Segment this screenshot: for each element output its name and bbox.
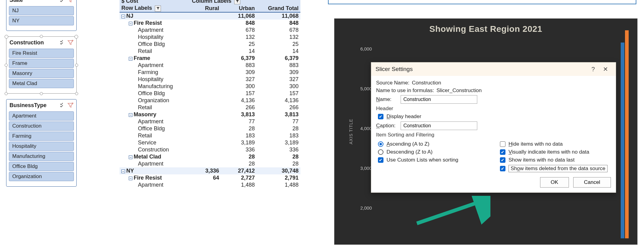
clear-filter-icon[interactable] (67, 0, 74, 3)
dialog-title: Slicer Settings (375, 66, 587, 73)
pivot-row[interactable]: Office Bldg 157 157 (120, 90, 300, 97)
slicer-item[interactable]: Apartment (9, 111, 74, 121)
column-filter-button[interactable] (234, 0, 240, 4)
slicer-title: Construction (10, 39, 58, 46)
descending-radio[interactable] (378, 149, 383, 155)
show-deleted-label: Show items deleted from the data source (509, 165, 608, 172)
pivot-row[interactable]: Retail 183 183 (120, 132, 300, 139)
pivot-row[interactable]: −Frame 6,379 6,379 (120, 55, 300, 62)
slicer-item[interactable]: Organization (9, 172, 74, 181)
slicer-item[interactable]: Construction (9, 121, 74, 131)
slicer-item[interactable]: Fire Resist (9, 49, 74, 58)
slicer-businesstype[interactable]: BusinessType ApartmentConstructionFarmin… (6, 99, 77, 187)
pivot-row[interactable]: −Fire Resist 64 2,727 2,791 (120, 174, 300, 181)
y-tick: 6,000 (356, 46, 374, 51)
pivot-row[interactable]: Manufacturing 300 300 (120, 83, 300, 90)
pivot-row[interactable]: Apartment 28 28 (120, 160, 300, 167)
header-section: Header (376, 106, 611, 112)
pivot-row[interactable]: Farming 309 309 (120, 69, 300, 76)
multiselect-icon[interactable] (59, 39, 66, 46)
caption-input[interactable] (401, 121, 477, 130)
pivot-row[interactable]: Apartment 1,488 1,488 (120, 181, 300, 188)
source-name-value: Construction (412, 80, 441, 86)
display-header-label: Display header (387, 114, 421, 120)
visually-indicate-checkbox[interactable]: ✔ (500, 149, 505, 155)
clear-filter-icon[interactable] (67, 102, 74, 109)
y-axis-title: AXIS TITLE (349, 119, 353, 144)
slicer-item[interactable]: Metal Clad (9, 79, 74, 88)
formula-name-value: Slicer_Construction (436, 88, 482, 94)
slicer-construction[interactable]: Construction Fire ResistFrameMasonryMeta… (6, 36, 77, 94)
pivot-row[interactable]: Service 3,189 3,189 (120, 139, 300, 146)
slicer-item[interactable]: NJ (9, 6, 74, 15)
source-name-label: Source Name: (376, 80, 410, 86)
descending-label: Descending (Z to A) (387, 149, 433, 155)
pivot-row[interactable]: Construction 336 336 (120, 146, 300, 153)
display-header-checkbox[interactable]: ✔ (378, 114, 383, 119)
pivot-row[interactable]: Retail 266 266 (120, 104, 300, 111)
multiselect-icon[interactable] (59, 0, 66, 3)
show-deleted-checkbox[interactable]: ✔ (500, 166, 505, 171)
pivot-row[interactable]: Apartment 77 77 (120, 118, 300, 125)
slicer-item[interactable]: Masonry (9, 69, 74, 78)
help-icon[interactable]: ? (587, 66, 599, 73)
pivot-row[interactable]: Apartment 678 678 (120, 27, 300, 34)
use-custom-lists-label: Use Custom Lists when sorting (387, 157, 458, 163)
chart-title: Showing East Region 2021 (334, 19, 637, 35)
pivot-row[interactable]: Apartment 883 883 (120, 62, 300, 69)
slicer-title: BusinessType (10, 102, 58, 109)
slicer-settings-dialog[interactable]: Slicer Settings ? ✕ Source Name: Constru… (371, 62, 616, 193)
hide-no-data-label: Hide items with no data (509, 141, 563, 147)
sort-filter-section: Item Sorting and Filtering (376, 132, 611, 138)
slicer-item[interactable]: Manufacturing (9, 152, 74, 161)
name-input[interactable] (401, 95, 477, 104)
slicer-item[interactable]: NY (9, 16, 74, 25)
name-label: Name: (376, 96, 398, 102)
slicer-title: State (10, 0, 58, 3)
ok-button[interactable]: OK (540, 177, 569, 188)
slicer-item[interactable]: Hospitality (9, 142, 74, 151)
row-filter-button[interactable] (155, 6, 161, 12)
pivot-row[interactable]: Hospitality 132 132 (120, 34, 300, 41)
formula-bar[interactable] (328, 0, 636, 4)
close-icon[interactable]: ✕ (599, 65, 612, 73)
y-tick: 2,000 (356, 205, 374, 211)
pivot-row[interactable]: −NJ 11,068 11,068 (120, 12, 300, 20)
pivot-row[interactable]: Organization 4,136 4,136 (120, 97, 300, 104)
pivot-row[interactable]: −NY 3,336 27,412 30,748 (120, 167, 300, 174)
slicer-item[interactable]: Frame (9, 59, 74, 68)
caption-label: Caption: (376, 123, 398, 129)
visually-indicate-label: Visually indicate items with no data (509, 149, 589, 155)
ascending-label: Ascending (A to Z) (387, 141, 429, 147)
formula-name-label: Name to use in formulas: (376, 88, 434, 94)
pivot-row[interactable]: Office Bldg 25 25 (120, 41, 300, 48)
use-custom-lists-checkbox[interactable]: ✔ (378, 157, 383, 163)
slicer-item[interactable]: Office Bldg (9, 162, 74, 171)
pivot-table[interactable]: $ Cost Column Labels Row Labels Rural Ur… (120, 0, 300, 188)
cancel-button[interactable]: Cancel (573, 177, 611, 188)
show-no-data-last-label: Show items with no data last (509, 157, 574, 163)
pivot-row[interactable]: −Metal Clad 28 28 (120, 153, 300, 160)
slicer-item[interactable]: Farming (9, 132, 74, 141)
pivot-row[interactable]: Office Bldg 28 28 (120, 125, 300, 132)
ascending-radio[interactable] (378, 141, 383, 147)
hide-no-data-checkbox[interactable] (500, 141, 505, 147)
show-no-data-last-checkbox[interactable]: ✔ (500, 157, 505, 163)
slicer-state[interactable]: State NJNY (6, 0, 77, 31)
pivot-row[interactable]: Hospitality 327 327 (120, 76, 300, 83)
pivot-row[interactable]: −Masonry 3,813 3,813 (120, 111, 300, 118)
clear-filter-icon[interactable] (67, 39, 74, 46)
pivot-row[interactable]: −Fire Resist 848 848 (120, 20, 300, 27)
multiselect-icon[interactable] (59, 102, 66, 109)
pivot-row[interactable]: Retail 14 14 (120, 48, 300, 55)
